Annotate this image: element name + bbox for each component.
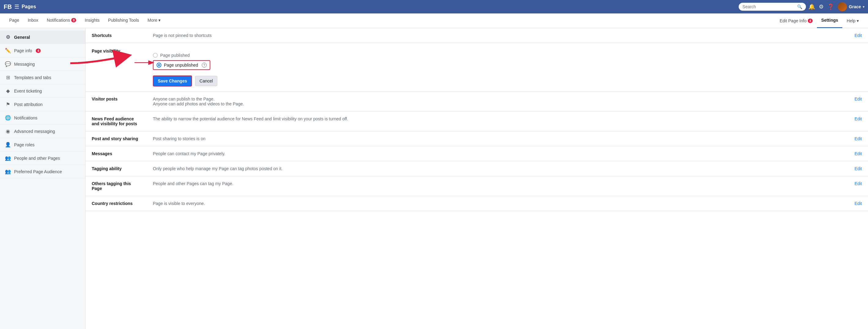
row-others-tagging: Others tagging this Page People and othe… <box>86 176 868 196</box>
post-story-label: Post and story sharing <box>86 131 147 146</box>
notifications-badge: 8 <box>71 18 76 22</box>
ticket-icon: ◆ <box>5 88 11 94</box>
sidebar-item-page-roles[interactable]: 👤 Page roles <box>0 138 85 152</box>
post-story-value: Post sharing to stories is on <box>147 131 848 146</box>
settings-link[interactable]: Settings <box>817 13 842 28</box>
people-icon: 👥 <box>5 155 11 161</box>
secondary-nav: Page Inbox Notifications 8 Insights Publ… <box>0 13 868 28</box>
country-restrictions-label: Country restrictions <box>86 196 147 211</box>
sidebar-item-page-info[interactable]: ✏️ Page info 4 <box>0 44 85 58</box>
others-tagging-value: People and other Pages can tag my Page. <box>147 176 848 196</box>
visitor-posts-edit-link[interactable]: Edit <box>855 97 862 101</box>
page-info-badge: 4 <box>36 48 41 53</box>
sidebar-label-page-roles: Page roles <box>14 142 35 147</box>
edit-page-info-badge: 4 <box>808 19 813 23</box>
hamburger-icon[interactable]: ☰ <box>14 3 19 10</box>
main-layout: ⚙ General ✏️ Page info 4 💬 Messaging ⊞ T… <box>0 28 868 329</box>
tab-publishing-tools[interactable]: Publishing Tools <box>104 13 144 28</box>
country-restrictions-action: Edit <box>848 196 868 211</box>
visitor-posts-line1: Anyone can publish to the Page. <box>153 97 842 101</box>
messages-action: Edit <box>848 146 868 161</box>
sidebar-item-notifications[interactable]: 🌐 Notifications <box>0 111 85 125</box>
unpublished-help-icon[interactable]: ? <box>202 63 207 67</box>
visibility-action <box>848 43 868 92</box>
save-changes-button[interactable]: Save Changes <box>153 75 192 87</box>
messages-label: Messages <box>86 146 147 161</box>
row-tagging-ability: Tagging ability Only people who help man… <box>86 161 868 176</box>
user-caret-icon: ▾ <box>863 5 864 8</box>
shortcuts-edit-link[interactable]: Edit <box>855 33 862 38</box>
tab-inbox[interactable]: Inbox <box>24 13 42 28</box>
help-link[interactable]: Help ▾ <box>842 13 863 28</box>
gear-icon[interactable]: ⚙ <box>819 3 824 10</box>
post-story-edit-link[interactable]: Edit <box>855 136 862 141</box>
shortcuts-action: Edit <box>848 28 868 43</box>
news-feed-edit-link[interactable]: Edit <box>855 117 862 121</box>
message-icon: 💬 <box>5 61 11 67</box>
bell-icon[interactable]: 🔔 <box>808 3 815 10</box>
secnav-items: Page Inbox Notifications 8 Insights Publ… <box>5 13 775 28</box>
settings-content: Shortcuts Page is not pinned to shortcut… <box>86 28 868 211</box>
post-story-action: Edit <box>848 131 868 146</box>
row-visitor-posts: Visitor posts Anyone can publish to the … <box>86 92 868 111</box>
sidebar-item-messaging[interactable]: 💬 Messaging <box>0 58 85 71</box>
others-tagging-label: Others tagging this Page <box>86 176 147 196</box>
sidebar-label-advanced-messaging: Advanced messaging <box>14 129 55 134</box>
row-post-story-sharing: Post and story sharing Post sharing to s… <box>86 131 868 146</box>
tab-more[interactable]: More ▾ <box>144 13 165 28</box>
tagging-ability-label: Tagging ability <box>86 161 147 176</box>
country-restrictions-edit-link[interactable]: Edit <box>855 201 862 206</box>
visitor-posts-action: Edit <box>848 92 868 111</box>
tab-page[interactable]: Page <box>5 13 24 28</box>
radio-unpublished-circle <box>157 63 161 67</box>
cancel-button[interactable]: Cancel <box>195 76 218 86</box>
grid-icon: ⊞ <box>5 74 11 80</box>
content-area: Shortcuts Page is not pinned to shortcut… <box>86 28 868 329</box>
news-feed-label: News Feed audience and visibility for po… <box>86 111 147 131</box>
annotation-arrow <box>134 58 156 67</box>
row-country-restrictions: Country restrictions Page is visible to … <box>86 196 868 211</box>
messages-edit-link[interactable]: Edit <box>855 151 862 156</box>
sidebar-item-post-attribution[interactable]: ⚑ Post attribution <box>0 98 85 111</box>
radio-published[interactable]: Page published <box>153 53 842 58</box>
edit-page-info-link[interactable]: Edit Page Info 4 <box>775 13 817 28</box>
visibility-label: Page visibility <box>86 43 147 92</box>
settings-table: Shortcuts Page is not pinned to shortcut… <box>86 28 868 211</box>
avatar <box>838 2 847 11</box>
row-shortcuts: Shortcuts Page is not pinned to shortcut… <box>86 28 868 43</box>
others-tagging-edit-link[interactable]: Edit <box>855 181 862 186</box>
radio-published-label: Page published <box>160 53 190 58</box>
tagging-ability-value: Only people who help manage my Page can … <box>147 161 848 176</box>
sidebar-item-event-ticketing[interactable]: ◆ Event ticketing <box>0 84 85 98</box>
sidebar-label-templates-tabs: Templates and tabs <box>14 75 51 80</box>
search-input[interactable] <box>742 4 796 9</box>
sidebar-item-templates-tabs[interactable]: ⊞ Templates and tabs <box>0 71 85 84</box>
sidebar-item-general[interactable]: ⚙ General <box>0 31 85 44</box>
shortcuts-value: Page is not pinned to shortcuts <box>147 28 848 43</box>
topbar: FB ☰ Pages 🔍 🔔 ⚙ ❓ Grace ▾ <box>0 0 868 13</box>
sidebar-item-advanced-messaging[interactable]: ◉ Advanced messaging <box>0 125 85 138</box>
tagging-ability-action: Edit <box>848 161 868 176</box>
tab-insights[interactable]: Insights <box>81 13 104 28</box>
user-menu[interactable]: Grace ▾ <box>838 2 864 11</box>
sidebar-label-page-info: Page info <box>14 48 32 53</box>
help-icon[interactable]: ❓ <box>827 3 834 10</box>
pencil-icon: ✏️ <box>5 48 11 54</box>
sidebar-item-people-other-pages[interactable]: 👥 People and other Pages <box>0 152 85 165</box>
tagging-ability-edit-link[interactable]: Edit <box>855 166 862 171</box>
tab-notifications[interactable]: Notifications 8 <box>42 13 81 28</box>
radio-unpublished[interactable]: Page unpublished ? <box>157 63 207 67</box>
others-tagging-action: Edit <box>848 176 868 196</box>
visitor-posts-label: Visitor posts <box>86 92 147 111</box>
sidebar-item-preferred-audience[interactable]: 👥 Preferred Page Audience <box>0 165 85 178</box>
person-icon: 👤 <box>5 142 11 147</box>
sidebar-label-notifications: Notifications <box>14 116 37 120</box>
audience-icon: 👥 <box>5 169 11 174</box>
gear-icon: ⚙ <box>5 34 11 40</box>
user-name: Grace <box>849 4 861 9</box>
country-restrictions-value: Page is visible to everyone. <box>147 196 848 211</box>
sidebar-label-general: General <box>14 35 30 40</box>
search-bar[interactable]: 🔍 <box>739 3 806 11</box>
news-feed-value: The ability to narrow the potential audi… <box>147 111 848 131</box>
flag-icon: ⚑ <box>5 101 11 107</box>
